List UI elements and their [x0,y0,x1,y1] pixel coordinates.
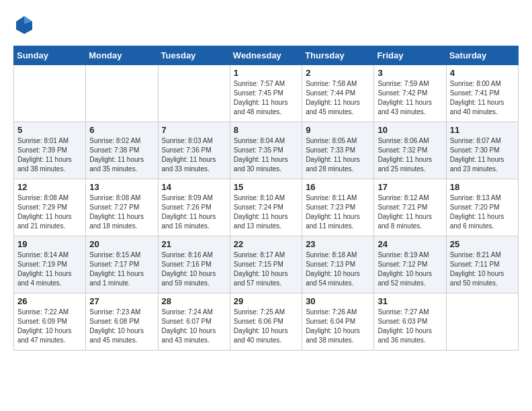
day-info: Sunrise: 8:02 AM Sunset: 7:38 PM Dayligh… [89,136,154,174]
day-number: 1 [234,68,298,78]
day-info: Sunrise: 8:11 AM Sunset: 7:23 PM Dayligh… [306,193,370,231]
calendar-cell: 9Sunrise: 8:05 AM Sunset: 7:33 PM Daylig… [302,122,374,179]
calendar-cell [446,293,518,351]
day-info: Sunrise: 8:21 AM Sunset: 7:11 PM Dayligh… [450,250,515,288]
day-number: 11 [450,125,515,135]
day-info: Sunrise: 8:10 AM Sunset: 7:24 PM Dayligh… [234,193,298,231]
day-number: 27 [89,296,154,306]
day-info: Sunrise: 8:05 AM Sunset: 7:33 PM Dayligh… [306,136,370,174]
calendar-cell: 12Sunrise: 8:08 AM Sunset: 7:29 PM Dayli… [14,179,86,236]
calendar-cell: 8Sunrise: 8:04 AM Sunset: 7:35 PM Daylig… [230,122,302,179]
calendar-cell: 28Sunrise: 7:24 AM Sunset: 6:07 PM Dayli… [158,293,230,351]
day-info: Sunrise: 8:15 AM Sunset: 7:17 PM Dayligh… [89,250,154,288]
day-number: 21 [162,239,226,249]
calendar-cell: 23Sunrise: 8:18 AM Sunset: 7:13 PM Dayli… [302,236,374,293]
day-info: Sunrise: 7:23 AM Sunset: 6:08 PM Dayligh… [89,308,154,345]
day-info: Sunrise: 7:25 AM Sunset: 6:06 PM Dayligh… [234,308,298,345]
calendar-cell: 11Sunrise: 8:07 AM Sunset: 7:30 PM Dayli… [446,122,518,179]
day-info: Sunrise: 7:26 AM Sunset: 6:04 PM Dayligh… [306,308,370,345]
day-info: Sunrise: 7:57 AM Sunset: 7:45 PM Dayligh… [234,79,298,117]
calendar-cell: 6Sunrise: 8:02 AM Sunset: 7:38 PM Daylig… [86,122,158,179]
day-info: Sunrise: 8:08 AM Sunset: 7:29 PM Dayligh… [17,193,82,231]
day-number: 31 [378,296,442,306]
day-number: 18 [450,182,515,192]
calendar-cell: 18Sunrise: 8:13 AM Sunset: 7:20 PM Dayli… [446,179,518,236]
day-number: 19 [17,239,82,249]
day-number: 20 [89,239,154,249]
calendar-cell: 2Sunrise: 7:58 AM Sunset: 7:44 PM Daylig… [302,65,374,122]
day-number: 24 [378,239,442,249]
calendar-cell: 13Sunrise: 8:08 AM Sunset: 7:27 PM Dayli… [86,179,158,236]
day-info: Sunrise: 8:17 AM Sunset: 7:15 PM Dayligh… [234,250,298,288]
day-info: Sunrise: 8:08 AM Sunset: 7:27 PM Dayligh… [89,193,154,231]
calendar-cell: 3Sunrise: 7:59 AM Sunset: 7:42 PM Daylig… [374,65,446,122]
day-number: 3 [378,68,442,78]
day-number: 26 [17,296,82,306]
day-info: Sunrise: 8:12 AM Sunset: 7:21 PM Dayligh… [378,193,442,231]
calendar-cell: 20Sunrise: 8:15 AM Sunset: 7:17 PM Dayli… [86,236,158,293]
day-info: Sunrise: 8:13 AM Sunset: 7:20 PM Dayligh… [450,193,515,231]
day-number: 14 [162,182,226,192]
day-number: 15 [234,182,298,192]
calendar-cell: 10Sunrise: 8:06 AM Sunset: 7:32 PM Dayli… [374,122,446,179]
calendar-cell: 30Sunrise: 7:26 AM Sunset: 6:04 PM Dayli… [302,293,374,351]
weekday-header-thursday: Thursday [302,46,374,65]
calendar-cell: 22Sunrise: 8:17 AM Sunset: 7:15 PM Dayli… [230,236,302,293]
day-info: Sunrise: 7:59 AM Sunset: 7:42 PM Dayligh… [378,79,442,117]
calendar-cell: 15Sunrise: 8:10 AM Sunset: 7:24 PM Dayli… [230,179,302,236]
day-number: 7 [162,125,226,135]
day-number: 17 [378,182,442,192]
day-number: 23 [306,239,370,249]
weekday-header-saturday: Saturday [446,46,518,65]
day-number: 9 [306,125,370,135]
logo-icon [13,13,35,35]
calendar-cell [158,65,230,122]
day-number: 25 [450,239,515,249]
day-number: 28 [162,296,226,306]
weekday-header-friday: Friday [374,46,446,65]
calendar-cell: 1Sunrise: 7:57 AM Sunset: 7:45 PM Daylig… [230,65,302,122]
weekday-header-monday: Monday [86,46,158,65]
day-number: 22 [234,239,298,249]
day-number: 12 [17,182,82,192]
day-info: Sunrise: 7:22 AM Sunset: 6:09 PM Dayligh… [17,308,82,345]
calendar-cell: 5Sunrise: 8:01 AM Sunset: 7:39 PM Daylig… [14,122,86,179]
calendar-cell: 19Sunrise: 8:14 AM Sunset: 7:19 PM Dayli… [14,236,86,293]
weekday-header-sunday: Sunday [14,46,86,65]
day-number: 5 [17,125,82,135]
day-number: 8 [234,125,298,135]
day-number: 13 [89,182,154,192]
day-number: 10 [378,125,442,135]
logo [13,13,36,35]
day-info: Sunrise: 8:09 AM Sunset: 7:26 PM Dayligh… [162,193,226,231]
day-info: Sunrise: 8:03 AM Sunset: 7:36 PM Dayligh… [162,136,226,174]
day-number: 16 [306,182,370,192]
day-number: 6 [89,125,154,135]
calendar-cell [14,65,86,122]
day-info: Sunrise: 7:27 AM Sunset: 6:03 PM Dayligh… [378,308,442,345]
weekday-header-tuesday: Tuesday [158,46,230,65]
day-info: Sunrise: 8:07 AM Sunset: 7:30 PM Dayligh… [450,136,515,174]
day-info: Sunrise: 8:19 AM Sunset: 7:12 PM Dayligh… [378,250,442,288]
calendar: SundayMondayTuesdayWednesdayThursdayFrid… [13,46,519,351]
day-info: Sunrise: 7:58 AM Sunset: 7:44 PM Dayligh… [306,79,370,117]
day-info: Sunrise: 8:06 AM Sunset: 7:32 PM Dayligh… [378,136,442,174]
calendar-cell: 7Sunrise: 8:03 AM Sunset: 7:36 PM Daylig… [158,122,230,179]
calendar-cell: 26Sunrise: 7:22 AM Sunset: 6:09 PM Dayli… [14,293,86,351]
calendar-cell: 16Sunrise: 8:11 AM Sunset: 7:23 PM Dayli… [302,179,374,236]
day-number: 2 [306,68,370,78]
day-info: Sunrise: 8:18 AM Sunset: 7:13 PM Dayligh… [306,250,370,288]
day-number: 30 [306,296,370,306]
day-info: Sunrise: 8:00 AM Sunset: 7:41 PM Dayligh… [450,79,515,117]
day-info: Sunrise: 8:16 AM Sunset: 7:16 PM Dayligh… [162,250,226,288]
weekday-header-wednesday: Wednesday [230,46,302,65]
calendar-cell: 21Sunrise: 8:16 AM Sunset: 7:16 PM Dayli… [158,236,230,293]
calendar-cell: 14Sunrise: 8:09 AM Sunset: 7:26 PM Dayli… [158,179,230,236]
day-info: Sunrise: 8:01 AM Sunset: 7:39 PM Dayligh… [17,136,82,174]
calendar-cell [86,65,158,122]
calendar-cell: 27Sunrise: 7:23 AM Sunset: 6:08 PM Dayli… [86,293,158,351]
day-info: Sunrise: 7:24 AM Sunset: 6:07 PM Dayligh… [162,308,226,345]
calendar-cell: 29Sunrise: 7:25 AM Sunset: 6:06 PM Dayli… [230,293,302,351]
calendar-cell: 4Sunrise: 8:00 AM Sunset: 7:41 PM Daylig… [446,65,518,122]
day-info: Sunrise: 8:14 AM Sunset: 7:19 PM Dayligh… [17,250,82,288]
